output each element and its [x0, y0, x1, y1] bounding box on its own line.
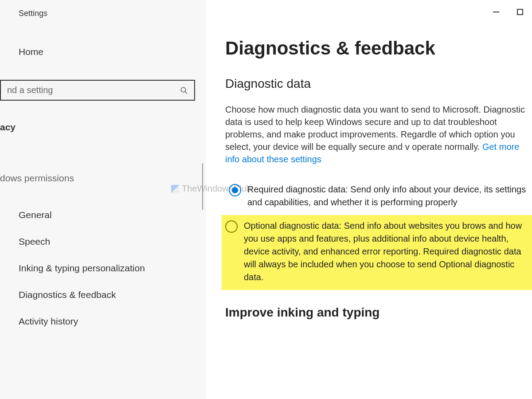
- search-icon: [180, 86, 188, 94]
- radio-circle-icon: [229, 184, 241, 196]
- section-heading: dows permissions: [0, 173, 74, 184]
- radio-optional-label: Optional diagnostic data: Send info abou…: [244, 219, 528, 284]
- page-title: Diagnostics & feedback: [225, 38, 532, 59]
- maximize-icon[interactable]: [517, 9, 523, 15]
- radio-optional-diagnostic[interactable]: Optional diagnostic data: Send info abou…: [222, 215, 532, 290]
- diagnostic-data-heading: Diagnostic data: [225, 77, 532, 91]
- search-container[interactable]: [0, 80, 195, 101]
- watermark-icon: [171, 185, 179, 193]
- diagnostic-description: Choose how much diagnostic data you want…: [225, 103, 532, 165]
- home-button[interactable]: Home: [19, 47, 43, 57]
- radio-required-diagnostic[interactable]: Required diagnostic data: Send only info…: [225, 179, 532, 215]
- sidebar-item-general[interactable]: General: [0, 202, 195, 228]
- minimize-icon[interactable]: [493, 12, 499, 12]
- sidebar-item-speech[interactable]: Speech: [0, 228, 195, 255]
- diagnostic-description-text: Choose how much diagnostic data you want…: [225, 105, 525, 152]
- radio-required-label: Required diagnostic data: Send only info…: [247, 183, 528, 209]
- sidebar-item-inking-typing[interactable]: Inking & typing personalization: [0, 255, 195, 282]
- search-input[interactable]: [7, 85, 180, 95]
- svg-point-0: [181, 87, 186, 92]
- improve-inking-heading: Improve inking and typing: [225, 305, 532, 320]
- home-label: Home: [19, 47, 43, 57]
- sidebar-item-diagnostics-feedback[interactable]: Diagnostics & feedback: [0, 282, 195, 308]
- svg-line-1: [185, 91, 187, 94]
- diagnostic-radio-group: Required diagnostic data: Send only info…: [225, 179, 532, 290]
- app-title: Settings: [19, 9, 47, 18]
- radio-circle-icon: [225, 220, 238, 233]
- sidebar-item-activity-history[interactable]: Activity history: [0, 308, 195, 335]
- category-label: acy: [0, 122, 16, 133]
- nav-list: General Speech Inking & typing personali…: [0, 202, 195, 335]
